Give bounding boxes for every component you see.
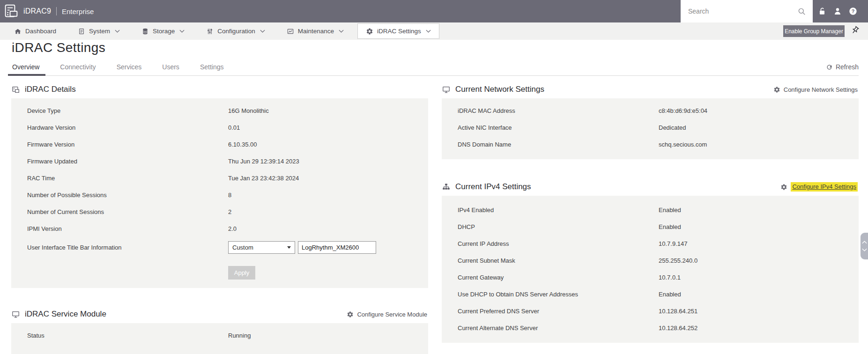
chevron-down-icon	[179, 30, 185, 33]
detail-row: Current Subnet Mask 255.255.240.0	[442, 252, 859, 269]
nav-item-maintenance[interactable]: Maintenance	[287, 28, 344, 35]
row-label: Active NIC Interface	[442, 124, 659, 131]
tab-services[interactable]: Services	[116, 63, 143, 75]
row-label: Number of Possible Sessions	[11, 192, 228, 199]
idrac-details-rows: Device Type 16G Monolithic Hardware Vers…	[11, 102, 428, 237]
row-value: Enabled	[659, 223, 681, 230]
tab-settings[interactable]: Settings	[199, 63, 225, 75]
detail-row: Use DHCP to Obtain DNS Server Addresses …	[442, 286, 859, 302]
chevron-down-icon	[260, 30, 265, 33]
nav-label: Dashboard	[25, 28, 56, 35]
link-label: Configure Network Settings	[784, 86, 858, 93]
system-icon	[78, 28, 85, 35]
idrac-logo-icon	[5, 4, 18, 18]
network-settings-body: iDRAC MAC Address c8:4b:d6:9d:e5:04 Acti…	[442, 98, 859, 159]
detail-row: iDRAC MAC Address c8:4b:d6:9d:e5:04	[442, 102, 859, 119]
ipv4-settings-header: Current IPv4 Settings Configure IPv4 Set…	[442, 178, 859, 196]
idrac-details-panel: iDRAC Details Device Type 16G Monolithic…	[11, 81, 428, 288]
nav-item-idrac-settings[interactable]: iDRAC Settings	[357, 23, 439, 39]
row-label: DHCP	[442, 223, 659, 230]
main-nav: Dashboard System Storage Configuration M…	[0, 22, 868, 40]
gear-icon	[366, 28, 373, 35]
apply-button[interactable]: Apply	[228, 266, 255, 280]
brand-divider	[56, 7, 57, 15]
ipv4-settings-panel: Current IPv4 Settings Configure IPv4 Set…	[442, 178, 859, 343]
scroll-widget[interactable]	[861, 233, 868, 259]
nav-item-system[interactable]: System	[78, 28, 120, 35]
row-label: Firmware Version	[11, 141, 228, 148]
configure-service-module-link[interactable]: Configure Service Module	[347, 311, 428, 318]
configuration-icon	[206, 28, 214, 35]
detail-row: Current IP Address 10.7.9.147	[442, 235, 859, 252]
enable-group-manager-button[interactable]: Enable Group Manager	[783, 25, 845, 37]
row-label: Current Subnet Mask	[442, 257, 659, 264]
detail-row: IPMI Version 2.0	[11, 220, 428, 237]
nav-item-configuration[interactable]: Configuration	[206, 28, 265, 35]
gear-icon	[773, 86, 780, 93]
monitor-icon	[442, 85, 451, 94]
panel-title: iDRAC Service Module	[25, 310, 106, 319]
row-value: Enabled	[659, 206, 681, 214]
refresh-button[interactable]: Refresh	[826, 63, 859, 71]
detail-row: RAC Time Tue Jan 23 23:42:38 2024	[11, 170, 428, 186]
row-value: 0.01	[228, 124, 240, 131]
network-settings-panel: Current Network Settings Configure Netwo…	[442, 81, 859, 159]
detail-row: Active NIC Interface Dedicated	[442, 119, 859, 136]
row-label: Use DHCP to Obtain DNS Server Addresses	[442, 291, 659, 298]
detail-row: Current Preferred DNS Server 10.128.64.2…	[442, 302, 859, 319]
ipv4-settings-rows: IPv4 Enabled Enabled DHCP Enabled Curren…	[442, 201, 859, 336]
row-label: IPv4 Enabled	[442, 206, 659, 214]
pin-icon[interactable]	[851, 26, 860, 35]
nav-label: iDRAC Settings	[377, 28, 421, 35]
page-title: iDRAC Settings	[12, 40, 105, 55]
row-label: IPMI Version	[11, 225, 228, 232]
nav-item-dashboard[interactable]: Dashboard	[14, 28, 56, 35]
row-label: DNS Domain Name	[442, 141, 659, 148]
help-icon[interactable]	[848, 7, 858, 16]
idrac-details-header: iDRAC Details	[11, 81, 428, 98]
detail-row: DNS Domain Name schq.secious.com	[442, 136, 859, 153]
service-module-panel: iDRAC Service Module Configure Service M…	[11, 305, 428, 354]
configure-network-settings-link[interactable]: Configure Network Settings	[773, 86, 859, 93]
row-label: Current Preferred DNS Server	[442, 308, 659, 315]
nav-label: Configuration	[217, 28, 255, 35]
row-value: c8:4b:d6:9d:e5:04	[659, 107, 707, 114]
tab-users[interactable]: Users	[161, 63, 180, 75]
detail-row: Current Gateway 10.7.0.1	[442, 269, 859, 286]
search-box[interactable]	[681, 0, 813, 22]
row-value: Thu Jun 29 12:39:14 2023	[228, 158, 299, 165]
title-bar-mode-select[interactable]: Custom	[228, 241, 295, 254]
user-icon[interactable]	[833, 7, 842, 16]
row-label: RAC Time	[11, 175, 228, 182]
link-label: Configure Service Module	[357, 311, 427, 318]
row-value: Dedicated	[659, 124, 686, 131]
scroll-up-icon[interactable]	[862, 241, 867, 244]
nav-item-storage[interactable]: Storage	[141, 28, 185, 35]
idrac-details-body: Device Type 16G Monolithic Hardware Vers…	[11, 98, 428, 288]
configure-ipv4-settings-link[interactable]: Configure IPv4 Settings	[780, 182, 859, 192]
search-icon[interactable]	[797, 7, 806, 16]
storage-icon	[141, 28, 149, 35]
row-label: iDRAC MAC Address	[442, 107, 659, 114]
service-module-header: iDRAC Service Module Configure Service M…	[11, 305, 428, 323]
search-input[interactable]	[687, 7, 797, 15]
select-arrow-icon	[287, 246, 291, 249]
detail-row: DHCP Enabled	[442, 218, 859, 235]
row-label: Device Type	[11, 107, 228, 114]
panel-title: Current IPv4 Settings	[455, 182, 531, 192]
row-label: Status	[11, 332, 228, 339]
row-label: Number of Current Sessions	[11, 208, 228, 215]
title-bar-info-row: User Interface Title Bar Information Cus…	[11, 237, 428, 258]
card-icon	[11, 85, 20, 94]
tab-connectivity[interactable]: Connectivity	[59, 63, 96, 75]
home-icon	[14, 28, 22, 35]
tab-overview[interactable]: Overview	[11, 63, 40, 75]
monitor-icon	[11, 310, 20, 319]
maintenance-icon	[287, 28, 294, 35]
gear-icon	[780, 184, 787, 191]
scroll-down-icon[interactable]	[862, 248, 867, 251]
lock-icon[interactable]	[817, 7, 827, 16]
title-bar-text-input[interactable]	[298, 241, 376, 254]
brand-edition: Enterprise	[62, 7, 94, 15]
tab-bar: Overview Connectivity Services Users Set…	[11, 63, 859, 76]
